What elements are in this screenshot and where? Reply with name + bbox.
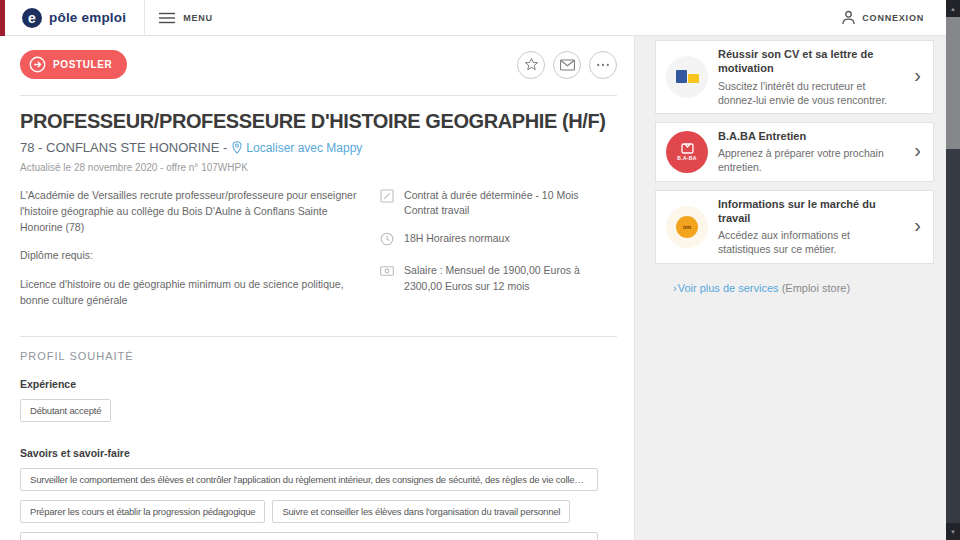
job-location-row: 78 - CONFLANS STE HONORINE - Localiser a…: [20, 140, 618, 155]
menu-button[interactable]: MENU: [159, 12, 213, 24]
profile-section-title: PROFIL SOUHAITÉ: [20, 350, 618, 362]
profile-section-divider: [20, 336, 617, 337]
contract-icon: [380, 188, 394, 218]
detail-salary: Salaire : Mensuel de 1900,00 Euros à 230…: [380, 263, 618, 293]
map-link-label: Localiser avec Mappy: [246, 141, 362, 155]
pole-emploi-logo[interactable]: e pôle emploi: [22, 8, 126, 28]
scrollbar-thumb[interactable]: [946, 17, 960, 149]
service-card-title: Informations sur le marché du travail: [718, 197, 904, 226]
arrow-circle-icon: [29, 56, 46, 73]
offer-action-icons: [517, 51, 617, 79]
skills-label: Savoirs et savoir-faire: [20, 447, 618, 459]
postuler-label: POSTULER: [53, 59, 112, 70]
connexion-label: CONNEXION: [862, 13, 924, 23]
skill-tag: Suivre et conseiller les élèves dans l'o…: [272, 500, 570, 523]
header-divider: [144, 0, 145, 36]
job-title: PROFESSEUR/PROFESSEURE D'HISTOIRE GEOGRA…: [20, 110, 618, 133]
location-pin-icon: [232, 141, 242, 154]
service-card-entretien[interactable]: B.A-BA B.A.BA Entretien Apprenez à prépa…: [655, 122, 934, 182]
contract-subtype: Contrat travail: [404, 203, 579, 218]
experience-tags: Débutant accepté: [20, 399, 620, 431]
hamburger-icon: [159, 12, 175, 24]
service-card-cv[interactable]: Réussir son CV et sa lettre de motivatio…: [655, 40, 934, 114]
chevron-right-icon: ›: [914, 139, 923, 165]
skills-tags: Surveiller le comportement des élèves et…: [20, 468, 620, 540]
map-link[interactable]: Localiser avec Mappy: [232, 141, 362, 155]
chevron-right-icon: ›: [673, 282, 677, 294]
chevron-right-icon: ›: [914, 64, 923, 90]
salary-icon: [380, 263, 394, 293]
scroll-down-button[interactable]: ▼: [946, 523, 960, 540]
top-header: e pôle emploi MENU CONNEXION: [0, 0, 946, 36]
skill-tag: Préparer les cours et établir la progres…: [20, 500, 265, 523]
work-hours: 18H Horaires normaux: [404, 231, 510, 246]
more-services-row: ›Voir plus de services (Emploi store): [673, 282, 934, 294]
star-icon: [524, 57, 539, 72]
more-services-link[interactable]: Voir plus de services: [678, 282, 779, 294]
chevron-right-icon: ›: [914, 214, 923, 240]
market-info-icon: imt: [666, 206, 708, 248]
ellipsis-icon: [596, 62, 610, 68]
actions-row: POSTULER: [20, 50, 617, 79]
services-sidebar: Réussir son CV et sa lettre de motivatio…: [634, 36, 946, 540]
detail-hours: 18H Horaires normaux: [380, 231, 618, 250]
offer-meta: Actualisé le 28 novembre 2020 - offre n°…: [20, 162, 618, 173]
favorite-button[interactable]: [517, 51, 545, 79]
offer-details: Contrat à durée déterminée - 10 Mois Con…: [380, 188, 618, 322]
postuler-button[interactable]: POSTULER: [20, 50, 127, 79]
service-card-text: Apprenez à préparer votre prochain entre…: [718, 146, 904, 174]
offer-description: L'Académie de Versailles recrute profess…: [20, 188, 380, 322]
skill-tag: Renseigner les supports d'évaluation sco…: [20, 532, 598, 540]
detail-contract: Contrat à durée déterminée - 10 Mois Con…: [380, 188, 618, 218]
job-location: 78 - CONFLANS STE HONORINE -: [20, 140, 227, 155]
connexion-button[interactable]: CONNEXION: [841, 10, 924, 25]
offer-body: L'Académie de Versailles recrute profess…: [20, 188, 618, 322]
service-card-title: Réussir son CV et sa lettre de motivatio…: [718, 47, 904, 76]
experience-label: Expérience: [20, 378, 618, 390]
description-paragraph: Diplôme requis:: [20, 248, 358, 264]
vertical-scrollbar[interactable]: ▲ ▼: [946, 0, 960, 540]
service-card-title: B.A.BA Entretien: [718, 129, 904, 143]
cv-service-icon: [666, 56, 708, 98]
experience-tag: Débutant accepté: [20, 399, 111, 422]
menu-label: MENU: [183, 13, 213, 23]
contract-type: Contrat à durée déterminée - 10 Mois: [404, 188, 579, 203]
salary-text: Salaire : Mensuel de 1900,00 Euros à 230…: [404, 263, 618, 293]
actions-divider: [20, 95, 617, 96]
svg-text:e: e: [28, 10, 36, 26]
service-card-text: Accédez aux informations et statistiques…: [718, 228, 904, 256]
pole-emploi-logo-icon: e: [22, 8, 42, 28]
clock-icon: [380, 231, 394, 250]
more-services-suffix: (Emploi store): [782, 282, 850, 294]
user-icon: [841, 10, 856, 25]
job-offer-main: POSTULER PROF: [0, 36, 634, 540]
skill-tag: Surveiller le comportement des élèves et…: [20, 468, 598, 491]
service-card-text: Suscitez l'intérêt du recruteur et donne…: [718, 79, 904, 107]
description-paragraph: L'Académie de Versailles recrute profess…: [20, 188, 358, 235]
baba-icon-label: B.A-BA: [677, 155, 696, 161]
baba-entretien-icon: B.A-BA: [666, 131, 708, 173]
brand-name: pôle emploi: [49, 10, 126, 25]
envelope-icon: [560, 59, 575, 71]
description-paragraph: Licence d'histoire ou de géographie mini…: [20, 277, 358, 309]
more-options-button[interactable]: [589, 51, 617, 79]
scroll-up-button[interactable]: ▲: [946, 0, 960, 17]
email-share-button[interactable]: [553, 51, 581, 79]
service-card-marche-travail[interactable]: imt Informations sur le marché du travai…: [655, 190, 934, 264]
window-edge-accent: [0, 0, 5, 36]
imt-icon-label: imt: [676, 216, 698, 238]
